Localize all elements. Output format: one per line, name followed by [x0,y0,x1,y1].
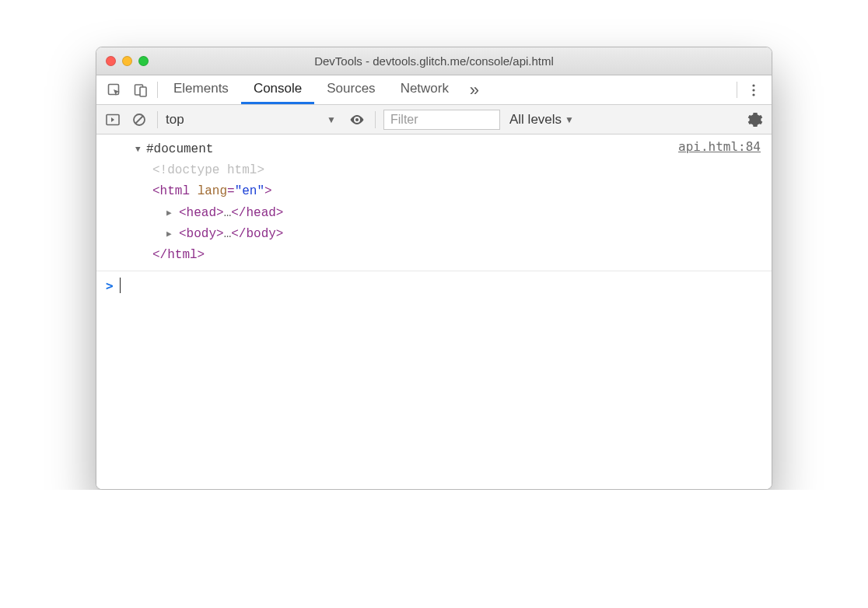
filter-input[interactable] [383,110,500,130]
execution-context-select[interactable]: top ▼ [166,112,341,128]
traffic-lights [106,56,149,66]
disclosure-closed-icon[interactable] [166,202,177,223]
log-source-link[interactable]: api.html:84 [678,139,761,154]
console-body: api.html:84 #document <!doctype html> <h… [96,135,772,489]
tab-elements-label: Elements [173,81,229,96]
head-node[interactable]: <head>…</head> [135,203,762,224]
svg-point-5 [752,93,754,96]
chevron-down-icon: ▼ [565,114,574,125]
tab-sources-label: Sources [327,81,375,96]
console-log-row[interactable]: api.html:84 #document <!doctype html> <h… [96,135,772,271]
maximize-icon[interactable] [138,56,149,66]
svg-rect-2 [140,87,146,96]
divider [157,82,158,98]
devtools-window: DevTools - devtools.glitch.me/console/ap… [96,47,772,490]
toggle-sidebar-icon[interactable] [103,110,123,130]
svg-point-3 [752,84,754,86]
svg-point-9 [355,118,359,121]
tab-network[interactable]: Network [388,75,461,104]
tab-sources[interactable]: Sources [314,75,387,104]
titlebar: DevTools - devtools.glitch.me/console/ap… [96,47,772,75]
tab-console-label: Console [254,81,302,96]
disclosure-closed-icon[interactable] [166,223,177,244]
tree-root[interactable]: #document [135,139,762,160]
chevron-down-icon: ▼ [327,114,336,125]
inspect-element-icon[interactable] [101,75,128,104]
console-settings-icon[interactable] [745,110,765,130]
device-toolbar-icon[interactable] [128,75,154,104]
close-icon[interactable] [106,56,116,66]
tab-network-label: Network [401,81,449,96]
window-title: DevTools - devtools.glitch.me/console/ap… [96,54,772,68]
tab-console[interactable]: Console [241,75,314,104]
kebab-menu-icon[interactable] [740,75,767,104]
html-close-node[interactable]: </html> [152,248,205,262]
clear-console-icon[interactable] [129,110,149,130]
body-node[interactable]: <body>…</body> [135,224,762,245]
execution-context-label: top [166,112,184,128]
console-toolbar: top ▼ All levels ▼ [96,105,772,135]
html-open-node[interactable]: <html lang="en"> [135,181,762,202]
console-prompt[interactable]: > [96,271,772,299]
divider [737,82,737,98]
devtools-tabstrip: Elements Console Sources Network » [96,75,772,105]
doctype-node[interactable]: <!doctype html> [152,163,264,177]
divider [375,111,376,128]
log-levels-label: All levels [509,112,562,128]
minimize-icon[interactable] [122,56,132,66]
prompt-caret-icon: > [106,278,114,293]
svg-point-4 [752,89,754,91]
text-cursor-icon [120,278,121,293]
document-root-label: #document [146,142,213,156]
more-tabs-icon[interactable]: » [461,75,488,104]
svg-line-8 [135,116,143,124]
tab-elements[interactable]: Elements [161,75,241,104]
dom-tree: #document <!doctype html> <html lang="en… [106,139,762,266]
log-levels-select[interactable]: All levels ▼ [509,112,574,128]
disclosure-open-icon[interactable] [135,138,146,159]
live-expression-icon[interactable] [347,110,367,130]
divider [157,111,158,128]
